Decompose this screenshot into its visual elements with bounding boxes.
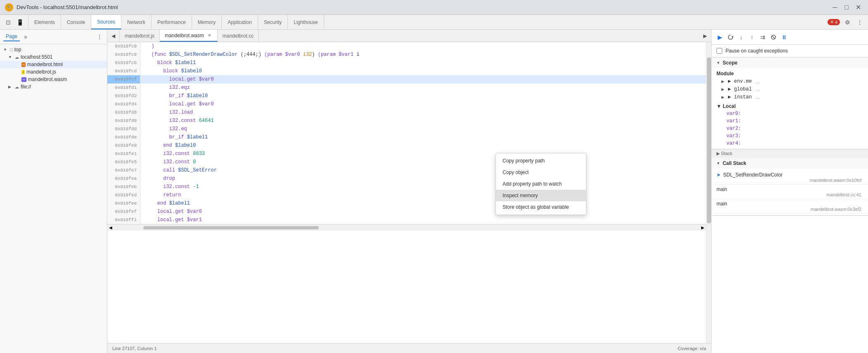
vertical-scrollbar[interactable] (706, 42, 711, 343)
tree-item-mandelbrot-wasm[interactable]: W mandelbrot.wasm (0, 76, 107, 83)
pause-on-exception-button[interactable]: ⏸ (779, 32, 789, 42)
minimize-button[interactable]: ─ (830, 2, 840, 12)
scope-section: ▼ Scope Module ▶ ▶ env.me … ▶ ▶ global … (711, 57, 868, 149)
local-header: ▼ Local (711, 103, 868, 110)
code-line-16: 0x010fea drop (107, 174, 706, 183)
tabbar-icons: ⊡ 📱 (0, 15, 28, 29)
code-tab-mandelbrot-cc[interactable]: mandelbrot.cc (218, 30, 259, 42)
callstack-item-0[interactable]: ➤ SDL_SetRenderDrawColor mandelbrot.wasm… (711, 170, 868, 185)
callstack-item-2[interactable]: main mandelbrot.wasm:0x3ef2 (711, 199, 868, 214)
code-line-0: 0x010fc8 ) (107, 42, 706, 50)
tab-application[interactable]: Application (222, 15, 258, 29)
tree-item-mandelbrot-html[interactable]: H mandelbrot.html (0, 61, 107, 68)
close-button[interactable]: ✕ (853, 2, 863, 12)
devtools-icon: 🔧 (5, 3, 13, 12)
main-content: Page » ⋮ ▼ □ top ▼ ☁ localhost:5501 H ma… (0, 30, 868, 353)
tabbar-right: ✕ 4 ⚙ ⋮ (824, 15, 868, 29)
js-icon: J (21, 70, 25, 74)
scope-instance[interactable]: ▶ ▶ instan … (711, 93, 868, 101)
pause-checkbox[interactable] (716, 48, 722, 54)
horizontal-scrollbar[interactable]: ◀ ▶ (107, 224, 706, 231)
code-line-13: 0x010fe1 i32.const 8833 (107, 150, 706, 158)
call-stack-section: ▼ Call Stack ➤ SDL_SetRenderDrawColor ma… (711, 158, 868, 216)
maximize-button[interactable]: □ (842, 2, 851, 12)
tree-item-mandelbrot-js[interactable]: J mandelbrot.js (0, 68, 107, 76)
settings-icon[interactable]: ⚙ (842, 17, 852, 27)
scope-header[interactable]: ▼ Scope (711, 57, 868, 68)
code-line-8: 0x010fd6 i32.load (107, 108, 706, 117)
call-stack-arrow: ▼ (716, 161, 720, 165)
callstack-name-1: main (716, 186, 863, 192)
call-stack-content: ➤ SDL_SetRenderDrawColor mandelbrot.wasm… (711, 169, 868, 215)
scroll-right-btn[interactable]: ▶ (700, 224, 706, 231)
right-panel: ▶ ↓ ↑ ⇉ ⏸ Pause on caught exceptions ▼ (711, 30, 868, 353)
step-out-button[interactable]: ↑ (747, 32, 757, 42)
code-tab-mandelbrot-js[interactable]: mandelbrot.js (120, 30, 160, 42)
folder-icon: □ (10, 47, 13, 52)
step-back-button[interactable]: ⇉ (758, 32, 768, 42)
local-var0: var0: (711, 110, 868, 117)
code-line-18: 0x010fed return (107, 191, 706, 199)
tree-arrow: ▶ (8, 85, 13, 89)
scope-arrow: ▼ (716, 61, 720, 65)
tab-security[interactable]: Security (258, 15, 288, 29)
run-snippet-button[interactable]: ▶ (699, 30, 711, 42)
callstack-item-1[interactable]: main mandelbrot.cc:41 (711, 185, 868, 199)
tab-lighthouse[interactable]: Lighthouse (288, 15, 324, 29)
resume-button[interactable]: ▶ (715, 32, 725, 42)
tab-network[interactable]: Network (121, 15, 152, 29)
tab-memory[interactable]: Memory (192, 15, 222, 29)
cloud-icon-file: ☁ (15, 85, 19, 89)
code-tab-mandelbrot-wasm[interactable]: mandelbrot.wasm ✕ (160, 30, 218, 42)
local-var4: var4: (711, 140, 868, 147)
inspect-icon[interactable]: ⊡ (3, 17, 13, 27)
code-line-11: 0x010fde br_if $label1 (107, 133, 706, 141)
hscrollbar-thumb (143, 226, 319, 229)
code-nav-back[interactable]: ◀ (107, 30, 120, 42)
tab-console[interactable]: Console (61, 15, 91, 29)
scope-content: Module ▶ ▶ env.me … ▶ ▶ global … ▶ ▶ ins… (711, 68, 868, 149)
code-line-12: 0x010fe0 end $label0 (107, 141, 706, 150)
window-title: DevTools - localhost:5501/mandelbrot.htm… (17, 4, 827, 10)
stack-section-header[interactable]: ▶ Stack (711, 149, 868, 158)
callstack-name-0: ➤ SDL_SetRenderDrawColor (716, 172, 863, 178)
svg-line-1 (772, 36, 775, 39)
statusbar: Line 27107, Column 1 Coverage: n/a (107, 343, 711, 353)
close-tab-wasm[interactable]: ✕ (206, 33, 212, 38)
tree-item-top[interactable]: ▼ □ top (0, 46, 107, 53)
sidebar-menu-btn[interactable]: ⋮ (95, 33, 104, 41)
main-tabbar: ⊡ 📱 Elements Console Sources Network Per… (0, 15, 868, 30)
code-editor[interactable]: 0x010fc8 ) 0x010fc9 (func $SDL_SetRender… (107, 42, 706, 343)
tab-elements[interactable]: Elements (28, 15, 61, 29)
scope-global[interactable]: ▶ ▶ global … (711, 85, 868, 93)
scroll-left-btn[interactable]: ◀ (107, 224, 114, 231)
html-icon: H (21, 62, 26, 67)
step-over-button[interactable] (726, 32, 735, 42)
code-line-17: 0x010feb i32.const -1 (107, 183, 706, 191)
device-icon[interactable]: 📱 (15, 17, 25, 27)
more-icon[interactable]: ⋮ (855, 17, 865, 27)
code-line-10: 0x010fdd i32.eq (107, 125, 706, 133)
step-into-button[interactable]: ↓ (736, 32, 746, 42)
ellipsis-env: … (755, 79, 760, 84)
code-line-7: 0x010fd4 local.get $var0 (107, 100, 706, 108)
sidebar-tree: ▼ □ top ▼ ☁ localhost:5501 H mandelbrot.… (0, 44, 107, 353)
tab-sources[interactable]: Sources (91, 15, 121, 29)
deactivate-button[interactable] (768, 32, 778, 42)
sidebar-tab-page[interactable]: Page (3, 32, 20, 41)
local-var3: var3: (711, 132, 868, 140)
titlebar: 🔧 DevTools - localhost:5501/mandelbrot.h… (0, 0, 868, 15)
tree-arrow: ▼ (3, 48, 8, 52)
local-var2: var2: (711, 125, 868, 132)
pause-exceptions-section: Pause on caught exceptions (711, 45, 868, 57)
tree-item-file[interactable]: ▶ ☁ file:// (0, 83, 107, 91)
callstack-icon-0: ➤ (716, 172, 721, 178)
tab-performance[interactable]: Performance (152, 15, 192, 29)
error-badge[interactable]: ✕ 4 (828, 19, 840, 25)
tree-item-localhost[interactable]: ▼ ☁ localhost:5501 (0, 53, 107, 61)
debug-toolbar: ▶ ↓ ↑ ⇉ ⏸ (711, 30, 868, 45)
scope-env[interactable]: ▶ ▶ env.me … (711, 77, 868, 85)
call-stack-header[interactable]: ▼ Call Stack (711, 158, 868, 169)
code-line-5: 0x010fd1 i32.eqz (107, 83, 706, 92)
sidebar-expand-btn[interactable]: » (21, 33, 30, 41)
